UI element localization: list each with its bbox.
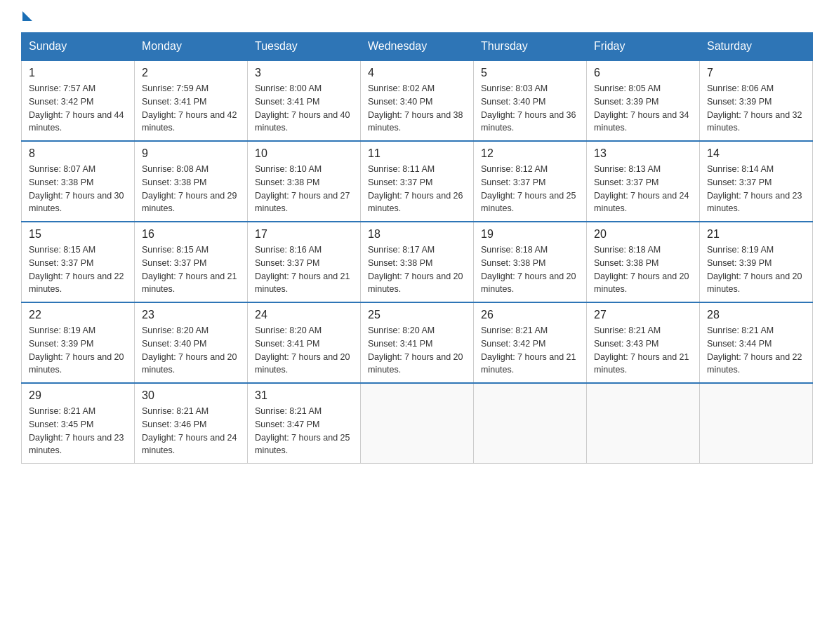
day-number: 22 bbox=[29, 309, 127, 321]
day-number: 8 bbox=[29, 147, 127, 160]
day-number: 12 bbox=[481, 147, 579, 160]
day-number: 23 bbox=[142, 309, 240, 321]
day-number: 24 bbox=[255, 309, 353, 321]
day-number: 11 bbox=[368, 147, 466, 160]
day-info: Sunrise: 8:03 AMSunset: 3:40 PMDaylight:… bbox=[481, 82, 579, 135]
day-number: 7 bbox=[707, 67, 805, 79]
calendar-cell: 18Sunrise: 8:17 AMSunset: 3:38 PMDayligh… bbox=[361, 222, 474, 302]
day-number: 30 bbox=[142, 389, 240, 402]
calendar-cell: 21Sunrise: 8:19 AMSunset: 3:39 PMDayligh… bbox=[700, 222, 813, 302]
day-number: 13 bbox=[594, 147, 692, 160]
day-number: 26 bbox=[481, 309, 579, 321]
day-info: Sunrise: 8:00 AMSunset: 3:41 PMDaylight:… bbox=[255, 82, 353, 135]
calendar-cell bbox=[700, 383, 813, 464]
calendar-cell: 23Sunrise: 8:20 AMSunset: 3:40 PMDayligh… bbox=[135, 302, 248, 383]
day-info: Sunrise: 8:06 AMSunset: 3:39 PMDaylight:… bbox=[707, 82, 805, 135]
day-info: Sunrise: 8:20 AMSunset: 3:41 PMDaylight:… bbox=[368, 324, 466, 377]
calendar-cell: 7Sunrise: 8:06 AMSunset: 3:39 PMDaylight… bbox=[700, 60, 813, 141]
calendar-header-row: SundayMondayTuesdayWednesdayThursdayFrid… bbox=[22, 33, 813, 61]
calendar-cell: 15Sunrise: 8:15 AMSunset: 3:37 PMDayligh… bbox=[22, 222, 135, 302]
calendar-cell: 30Sunrise: 8:21 AMSunset: 3:46 PMDayligh… bbox=[135, 383, 248, 464]
logo-area bbox=[21, 14, 32, 18]
weekday-header-friday: Friday bbox=[587, 33, 700, 61]
day-info: Sunrise: 8:15 AMSunset: 3:37 PMDaylight:… bbox=[29, 243, 127, 296]
day-number: 4 bbox=[368, 67, 466, 79]
day-info: Sunrise: 8:18 AMSunset: 3:38 PMDaylight:… bbox=[481, 243, 579, 296]
calendar-cell: 9Sunrise: 8:08 AMSunset: 3:38 PMDaylight… bbox=[135, 141, 248, 222]
calendar-cell: 28Sunrise: 8:21 AMSunset: 3:44 PMDayligh… bbox=[700, 302, 813, 383]
day-number: 1 bbox=[29, 67, 127, 79]
day-number: 20 bbox=[594, 228, 692, 241]
day-number: 10 bbox=[255, 147, 353, 160]
calendar-cell: 13Sunrise: 8:13 AMSunset: 3:37 PMDayligh… bbox=[587, 141, 700, 222]
calendar-cell: 3Sunrise: 8:00 AMSunset: 3:41 PMDaylight… bbox=[248, 60, 361, 141]
day-info: Sunrise: 8:21 AMSunset: 3:46 PMDaylight:… bbox=[142, 405, 240, 457]
day-info: Sunrise: 8:16 AMSunset: 3:37 PMDaylight:… bbox=[255, 243, 353, 296]
calendar-cell bbox=[587, 383, 700, 464]
day-number: 27 bbox=[594, 309, 692, 321]
day-number: 19 bbox=[481, 228, 579, 241]
day-number: 25 bbox=[368, 309, 466, 321]
day-info: Sunrise: 8:21 AMSunset: 3:42 PMDaylight:… bbox=[481, 324, 579, 377]
weekday-header-monday: Monday bbox=[135, 33, 248, 61]
day-info: Sunrise: 8:14 AMSunset: 3:37 PMDaylight:… bbox=[707, 163, 805, 215]
day-number: 6 bbox=[594, 67, 692, 79]
calendar-cell: 19Sunrise: 8:18 AMSunset: 3:38 PMDayligh… bbox=[474, 222, 587, 302]
calendar-cell: 24Sunrise: 8:20 AMSunset: 3:41 PMDayligh… bbox=[248, 302, 361, 383]
weekday-header-wednesday: Wednesday bbox=[361, 33, 474, 61]
calendar-cell: 22Sunrise: 8:19 AMSunset: 3:39 PMDayligh… bbox=[22, 302, 135, 383]
day-number: 16 bbox=[142, 228, 240, 241]
weekday-header-sunday: Sunday bbox=[22, 33, 135, 61]
logo bbox=[21, 14, 32, 21]
calendar-cell: 20Sunrise: 8:18 AMSunset: 3:38 PMDayligh… bbox=[587, 222, 700, 302]
day-number: 5 bbox=[481, 67, 579, 79]
day-info: Sunrise: 8:19 AMSunset: 3:39 PMDaylight:… bbox=[707, 243, 805, 296]
calendar-cell: 17Sunrise: 8:16 AMSunset: 3:37 PMDayligh… bbox=[248, 222, 361, 302]
calendar-cell: 6Sunrise: 8:05 AMSunset: 3:39 PMDaylight… bbox=[587, 60, 700, 141]
calendar-table: SundayMondayTuesdayWednesdayThursdayFrid… bbox=[21, 32, 813, 464]
day-number: 15 bbox=[29, 228, 127, 241]
day-info: Sunrise: 8:21 AMSunset: 3:43 PMDaylight:… bbox=[594, 324, 692, 377]
day-number: 28 bbox=[707, 309, 805, 321]
day-info: Sunrise: 8:12 AMSunset: 3:37 PMDaylight:… bbox=[481, 163, 579, 215]
calendar-cell: 27Sunrise: 8:21 AMSunset: 3:43 PMDayligh… bbox=[587, 302, 700, 383]
calendar-cell: 26Sunrise: 8:21 AMSunset: 3:42 PMDayligh… bbox=[474, 302, 587, 383]
day-number: 29 bbox=[29, 389, 127, 402]
calendar-cell: 10Sunrise: 8:10 AMSunset: 3:38 PMDayligh… bbox=[248, 141, 361, 222]
calendar-cell bbox=[474, 383, 587, 464]
calendar-cell: 12Sunrise: 8:12 AMSunset: 3:37 PMDayligh… bbox=[474, 141, 587, 222]
calendar-cell: 2Sunrise: 7:59 AMSunset: 3:41 PMDaylight… bbox=[135, 60, 248, 141]
day-info: Sunrise: 8:08 AMSunset: 3:38 PMDaylight:… bbox=[142, 163, 240, 215]
day-number: 9 bbox=[142, 147, 240, 160]
day-number: 31 bbox=[255, 389, 353, 402]
day-info: Sunrise: 8:21 AMSunset: 3:45 PMDaylight:… bbox=[29, 405, 127, 457]
calendar-cell bbox=[361, 383, 474, 464]
calendar-week-row: 22Sunrise: 8:19 AMSunset: 3:39 PMDayligh… bbox=[22, 302, 813, 383]
day-info: Sunrise: 8:21 AMSunset: 3:44 PMDaylight:… bbox=[707, 324, 805, 377]
day-info: Sunrise: 8:10 AMSunset: 3:38 PMDaylight:… bbox=[255, 163, 353, 215]
logo-triangle-icon bbox=[22, 11, 32, 21]
calendar-cell: 31Sunrise: 8:21 AMSunset: 3:47 PMDayligh… bbox=[248, 383, 361, 464]
page-header bbox=[21, 14, 813, 18]
weekday-header-thursday: Thursday bbox=[474, 33, 587, 61]
calendar-week-row: 8Sunrise: 8:07 AMSunset: 3:38 PMDaylight… bbox=[22, 141, 813, 222]
calendar-cell: 16Sunrise: 8:15 AMSunset: 3:37 PMDayligh… bbox=[135, 222, 248, 302]
calendar-week-row: 29Sunrise: 8:21 AMSunset: 3:45 PMDayligh… bbox=[22, 383, 813, 464]
day-info: Sunrise: 8:20 AMSunset: 3:41 PMDaylight:… bbox=[255, 324, 353, 377]
day-info: Sunrise: 8:13 AMSunset: 3:37 PMDaylight:… bbox=[594, 163, 692, 215]
calendar-cell: 29Sunrise: 8:21 AMSunset: 3:45 PMDayligh… bbox=[22, 383, 135, 464]
day-number: 17 bbox=[255, 228, 353, 241]
day-info: Sunrise: 8:19 AMSunset: 3:39 PMDaylight:… bbox=[29, 324, 127, 377]
day-info: Sunrise: 8:21 AMSunset: 3:47 PMDaylight:… bbox=[255, 405, 353, 457]
day-info: Sunrise: 8:15 AMSunset: 3:37 PMDaylight:… bbox=[142, 243, 240, 296]
calendar-cell: 4Sunrise: 8:02 AMSunset: 3:40 PMDaylight… bbox=[361, 60, 474, 141]
weekday-header-saturday: Saturday bbox=[700, 33, 813, 61]
day-number: 18 bbox=[368, 228, 466, 241]
day-info: Sunrise: 8:11 AMSunset: 3:37 PMDaylight:… bbox=[368, 163, 466, 215]
calendar-cell: 5Sunrise: 8:03 AMSunset: 3:40 PMDaylight… bbox=[474, 60, 587, 141]
day-info: Sunrise: 8:07 AMSunset: 3:38 PMDaylight:… bbox=[29, 163, 127, 215]
calendar-cell: 11Sunrise: 8:11 AMSunset: 3:37 PMDayligh… bbox=[361, 141, 474, 222]
day-info: Sunrise: 7:59 AMSunset: 3:41 PMDaylight:… bbox=[142, 82, 240, 135]
day-info: Sunrise: 8:18 AMSunset: 3:38 PMDaylight:… bbox=[594, 243, 692, 296]
day-info: Sunrise: 7:57 AMSunset: 3:42 PMDaylight:… bbox=[29, 82, 127, 135]
